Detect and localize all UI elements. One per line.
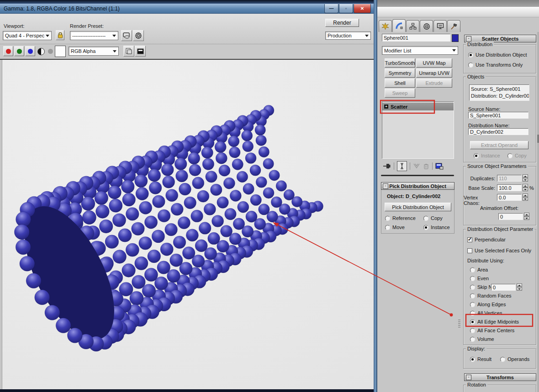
radio-instance[interactable]: Instance bbox=[423, 225, 450, 230]
close-button[interactable]: ✕ bbox=[354, 4, 371, 13]
modifier-list-value: Modifier List bbox=[384, 48, 451, 53]
tab-modify[interactable] bbox=[392, 19, 406, 32]
operand-source[interactable]: Source: S_Sphere001 bbox=[471, 86, 528, 93]
source-name-label: Source Name: bbox=[468, 106, 500, 112]
operand-distribution[interactable]: Distribution: D_Cylinder00 bbox=[471, 93, 528, 99]
viewport-select[interactable]: Quad 4 - Perspec bbox=[3, 31, 52, 40]
skip-n-field[interactable]: 0 bbox=[491, 284, 516, 291]
modifier-button-shell[interactable]: Shell bbox=[385, 78, 415, 88]
restore-button[interactable]: ▫ bbox=[339, 4, 353, 13]
radio-use-transforms-only[interactable]: Use Transforms Only bbox=[468, 62, 523, 68]
render-setup-button[interactable] bbox=[121, 30, 132, 41]
clone-frame-button[interactable] bbox=[123, 46, 134, 57]
render-preset-select[interactable]: -------------------- bbox=[70, 31, 118, 40]
show-end-result-button[interactable] bbox=[397, 161, 407, 171]
operands-list[interactable]: Source: S_Sphere001 Distribution: D_Cyli… bbox=[469, 84, 529, 101]
blue-channel-button[interactable] bbox=[25, 46, 35, 56]
pin-stack-icon[interactable] bbox=[383, 162, 391, 170]
tab-create[interactable] bbox=[379, 20, 392, 32]
clear-color-swatch[interactable] bbox=[55, 46, 66, 57]
base-scale-field[interactable]: 100.0 bbox=[497, 184, 522, 191]
checkbox-perpendicular[interactable]: Perpendicular bbox=[467, 237, 506, 242]
base-scale-spinner[interactable] bbox=[523, 184, 528, 191]
skip-n-value: 0 bbox=[493, 285, 496, 290]
source-name-field[interactable]: S_Sphere001 bbox=[468, 112, 528, 119]
modifier-stack[interactable]: + Scatter bbox=[382, 101, 454, 159]
hierarchy-tab-icon bbox=[409, 23, 417, 30]
minimize-button[interactable]: — bbox=[324, 4, 338, 13]
radio-all-face-centers[interactable]: All Face Centers bbox=[470, 328, 514, 333]
radio-random-faces[interactable]: Random Faces bbox=[470, 293, 512, 298]
channel-display-value: RGB Alpha bbox=[71, 48, 111, 54]
radio-all-vertices[interactable]: All Vertices bbox=[470, 310, 502, 316]
radio-along-edges[interactable]: Along Edges bbox=[470, 302, 506, 307]
green-channel-button[interactable] bbox=[14, 46, 24, 56]
alpha-channel-button[interactable] bbox=[48, 49, 53, 54]
tab-utilities[interactable] bbox=[447, 20, 460, 32]
radio-skip-n[interactable]: Skip N: bbox=[470, 284, 493, 290]
render-mode-select[interactable]: Production bbox=[325, 31, 371, 40]
modifier-button-symmetry[interactable]: Symmetry bbox=[385, 68, 415, 78]
scrollbar-thumb[interactable] bbox=[537, 135, 539, 143]
radio-operands[interactable]: Operands bbox=[500, 356, 529, 362]
panel-scrollbar[interactable] bbox=[537, 32, 539, 392]
radio-label: All Vertices bbox=[477, 310, 502, 316]
modifier-button-uvwmap[interactable]: UVW Map bbox=[416, 58, 452, 68]
lock-viewport-button[interactable] bbox=[56, 30, 64, 40]
tab-display[interactable] bbox=[433, 20, 447, 32]
modifier-button-turbosmooth[interactable]: TurboSmooth bbox=[385, 58, 415, 68]
transforms-rollout-header[interactable]: - Transforms bbox=[464, 373, 536, 381]
collapse-icon[interactable]: - bbox=[466, 36, 471, 42]
vertex-chaos-field[interactable]: 0.0 bbox=[497, 194, 522, 201]
tab-hierarchy[interactable] bbox=[406, 20, 419, 32]
radio-result[interactable]: Result bbox=[470, 356, 491, 362]
pick-distribution-rollout-header[interactable]: - Pick Distribution Object bbox=[381, 182, 454, 190]
animation-offset-field[interactable]: 0 bbox=[498, 213, 523, 220]
radio-icon bbox=[423, 216, 428, 221]
monochrome-button[interactable] bbox=[37, 48, 45, 55]
radio-volume[interactable]: Volume bbox=[470, 336, 494, 342]
tab-motion[interactable] bbox=[420, 20, 433, 32]
layers-button[interactable] bbox=[135, 46, 146, 57]
expand-icon[interactable]: + bbox=[384, 105, 388, 109]
object-name-field[interactable]: Sphere001 bbox=[382, 34, 450, 42]
object-color-swatch[interactable] bbox=[452, 34, 459, 42]
collapse-icon[interactable]: - bbox=[383, 183, 388, 189]
modifier-button-label: Symmetry bbox=[389, 70, 412, 76]
distribution-name-field[interactable]: D_Cylinder002 bbox=[468, 128, 528, 135]
collapse-icon[interactable]: - bbox=[466, 375, 471, 380]
picked-object-label: Object: D_Cylinder002 bbox=[387, 193, 440, 199]
window-titlebar[interactable]: Gamma: 1.8, RGBA Color 16 Bits/Channel (… bbox=[0, 4, 374, 14]
modifier-button-unwrapuvw[interactable]: Unwrap UVW bbox=[416, 68, 452, 78]
chevron-down-icon bbox=[113, 50, 116, 52]
pick-distribution-object-button[interactable]: Pick Distribution Object bbox=[385, 203, 451, 211]
duplicates-field[interactable]: 110 bbox=[497, 175, 522, 182]
skip-n-spinner[interactable] bbox=[517, 283, 522, 291]
radio-area[interactable]: Area bbox=[470, 267, 488, 272]
radio-use-distribution-object[interactable]: Use Distribution Object bbox=[468, 52, 527, 57]
animation-offset-spinner[interactable] bbox=[524, 213, 529, 220]
radio-reference[interactable]: Reference bbox=[385, 215, 416, 221]
modifier-list-select[interactable]: Modifier List bbox=[382, 46, 458, 55]
vertex-chaos-spinner[interactable] bbox=[523, 193, 528, 201]
modifier-button-label: Unwrap UVW bbox=[419, 70, 449, 76]
duplicates-spinner[interactable] bbox=[523, 174, 528, 182]
group-title: Source Object Parameters bbox=[466, 163, 528, 169]
radio-move[interactable]: Move bbox=[385, 225, 405, 230]
radio-label: Operands bbox=[507, 356, 529, 362]
radio-copy[interactable]: Copy bbox=[423, 215, 443, 221]
column-splitter[interactable] bbox=[458, 319, 460, 328]
radio-even[interactable]: Even bbox=[470, 276, 489, 281]
configure-modifier-sets-icon[interactable] bbox=[435, 163, 444, 170]
render-button[interactable]: Render bbox=[325, 19, 359, 27]
checkbox-use-selected-faces[interactable]: Use Selected Faces Only bbox=[467, 248, 531, 253]
channel-display-select[interactable]: RGB Alpha bbox=[69, 47, 119, 56]
stack-toolbar bbox=[383, 161, 456, 172]
red-channel-button[interactable] bbox=[3, 46, 13, 56]
blue-channel-icon bbox=[28, 49, 33, 54]
environment-button[interactable] bbox=[133, 30, 144, 41]
stack-item-scatter[interactable]: + Scatter bbox=[382, 103, 454, 110]
radio-label: Reference bbox=[392, 215, 416, 221]
motion-tab-icon bbox=[423, 23, 430, 30]
radio-all-edge-midpoints[interactable]: All Edge Midpoints bbox=[470, 319, 519, 324]
